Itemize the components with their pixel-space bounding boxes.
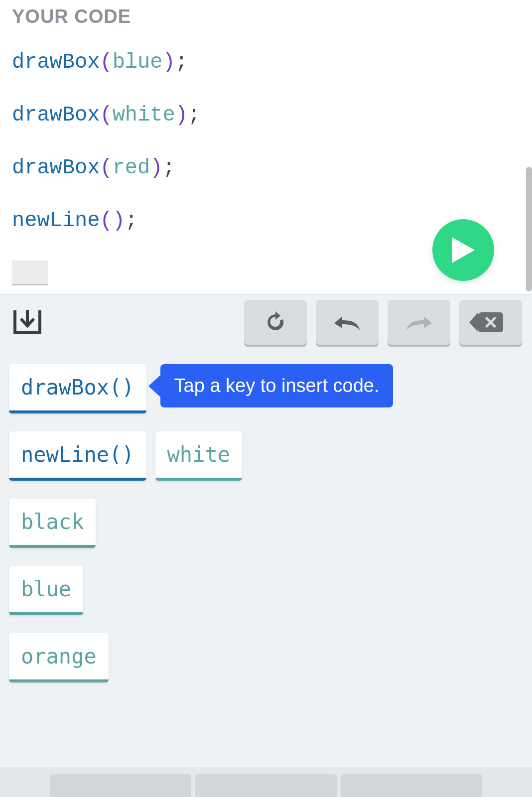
token-paren-close: ) — [113, 209, 125, 233]
token-argument: white — [113, 103, 175, 127]
key-blue[interactable]: blue — [9, 566, 83, 615]
run-button[interactable] — [432, 219, 494, 281]
key-newline[interactable]: newLine() — [9, 431, 146, 481]
token-function: drawBox — [12, 103, 100, 127]
token-function: newLine — [12, 209, 100, 233]
redo-icon — [405, 314, 433, 330]
redo-button[interactable] — [388, 300, 450, 345]
code-editor-panel: YOUR CODE drawBox(blue); drawBox(white);… — [0, 0, 532, 288]
key-white[interactable]: white — [155, 431, 242, 481]
scrollbar[interactable] — [526, 167, 532, 291]
token-paren-open: ( — [100, 156, 112, 180]
undo-icon — [333, 314, 361, 330]
bottom-tab[interactable] — [50, 774, 191, 797]
reset-button[interactable] — [244, 300, 307, 345]
import-button[interactable] — [10, 307, 45, 337]
token-function: drawBox — [12, 156, 100, 180]
import-icon — [13, 310, 42, 335]
cursor-slot[interactable] — [12, 261, 48, 285]
hint-tooltip: Tap a key to insert code. — [160, 364, 394, 407]
token-paren-open: ( — [100, 103, 112, 127]
token-argument: red — [113, 156, 150, 180]
key-orange[interactable]: orange — [9, 633, 109, 682]
token-semicolon: ; — [188, 103, 200, 127]
bottom-tab[interactable] — [341, 774, 482, 797]
backspace-icon — [478, 312, 503, 332]
bottom-tab[interactable] — [195, 774, 337, 797]
undo-button[interactable] — [316, 300, 379, 345]
code-line[interactable]: drawBox(blue); — [12, 47, 520, 78]
play-icon — [452, 237, 475, 263]
code-line[interactable]: drawBox(red); — [12, 153, 520, 183]
token-function: drawBox — [12, 50, 100, 74]
code-line[interactable]: drawBox(white); — [12, 100, 520, 131]
code-key-panel: drawBox() Tap a key to insert code. newL… — [0, 350, 532, 797]
token-paren-close: ) — [150, 156, 162, 180]
key-black[interactable]: black — [9, 499, 96, 548]
section-title: YOUR CODE — [12, 6, 520, 27]
reset-icon — [265, 311, 286, 333]
token-semicolon: ; — [125, 209, 137, 233]
token-paren-open: ( — [100, 209, 112, 233]
svg-marker-0 — [452, 237, 475, 263]
token-paren-open: ( — [100, 50, 112, 74]
token-paren-close: ) — [162, 50, 175, 74]
token-paren-close: ) — [175, 103, 188, 127]
token-argument: blue — [113, 50, 163, 74]
delete-button[interactable] — [459, 300, 522, 345]
editor-toolbar — [0, 294, 532, 350]
token-semicolon: ; — [163, 156, 175, 180]
bottom-tab-bar — [0, 767, 532, 797]
key-drawbox[interactable]: drawBox() — [9, 364, 146, 413]
token-semicolon: ; — [175, 50, 188, 74]
